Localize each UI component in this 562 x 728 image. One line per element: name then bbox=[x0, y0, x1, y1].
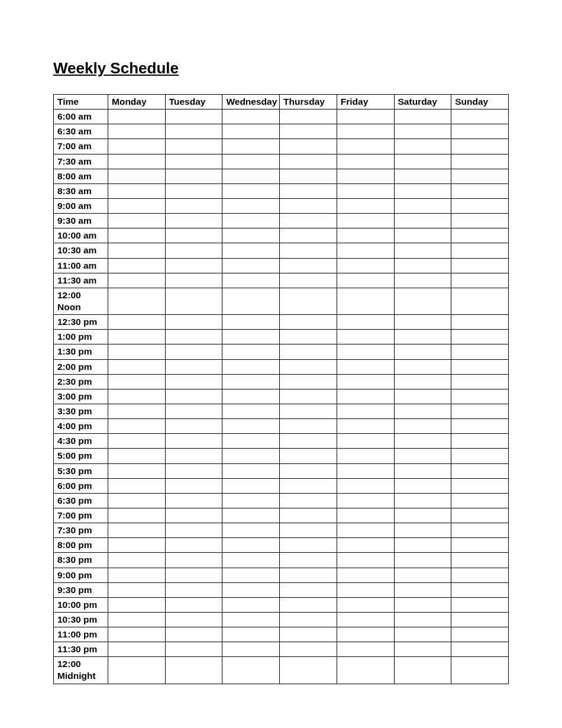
slot-cell bbox=[108, 478, 166, 493]
slot-cell bbox=[280, 198, 337, 213]
slot-cell bbox=[337, 374, 394, 389]
slot-cell bbox=[280, 553, 337, 568]
slot-cell bbox=[451, 154, 509, 169]
slot-cell bbox=[222, 508, 280, 523]
slot-cell bbox=[280, 463, 337, 478]
slot-cell bbox=[108, 493, 166, 508]
slot-cell bbox=[337, 597, 394, 612]
time-cell: 5:00 pm bbox=[54, 449, 108, 463]
slot-cell bbox=[108, 154, 166, 169]
table-row: 10:30 pm bbox=[54, 612, 509, 627]
slot-cell bbox=[451, 214, 509, 228]
slot-cell bbox=[337, 124, 394, 139]
slot-cell bbox=[451, 597, 509, 612]
slot-cell bbox=[394, 657, 451, 684]
slot-cell bbox=[451, 374, 509, 389]
slot-cell bbox=[108, 419, 166, 434]
table-row: 4:00 pm bbox=[54, 419, 509, 434]
slot-cell bbox=[222, 198, 280, 213]
slot-cell bbox=[451, 258, 509, 273]
slot-cell bbox=[165, 273, 222, 288]
slot-cell bbox=[108, 288, 166, 314]
slot-cell bbox=[394, 154, 451, 169]
slot-cell bbox=[451, 434, 509, 449]
slot-cell bbox=[222, 404, 280, 418]
slot-cell bbox=[165, 198, 222, 213]
time-cell: 10:30 pm bbox=[54, 612, 108, 627]
slot-cell bbox=[108, 597, 166, 612]
slot-cell bbox=[451, 493, 509, 508]
slot-cell bbox=[280, 612, 337, 627]
time-cell: 8:30 am bbox=[54, 183, 108, 198]
slot-cell bbox=[108, 389, 166, 404]
slot-cell bbox=[337, 288, 394, 314]
slot-cell bbox=[451, 657, 509, 684]
slot-cell bbox=[222, 434, 280, 449]
time-cell: 8:30 pm bbox=[54, 553, 108, 568]
table-row: 9:30 pm bbox=[54, 582, 509, 597]
slot-cell bbox=[108, 657, 166, 684]
time-cell: 9:00 pm bbox=[54, 568, 108, 582]
slot-cell bbox=[280, 124, 337, 139]
slot-cell bbox=[280, 434, 337, 449]
time-cell: 4:30 pm bbox=[54, 434, 108, 449]
slot-cell bbox=[337, 434, 394, 449]
slot-cell bbox=[108, 258, 166, 273]
slot-cell bbox=[165, 404, 222, 418]
header-tuesday: Tuesday bbox=[165, 95, 222, 109]
slot-cell bbox=[165, 183, 222, 198]
slot-cell bbox=[165, 109, 222, 124]
table-body: 6:00 am6:30 am7:00 am7:30 am8:00 am8:30 … bbox=[54, 109, 509, 684]
slot-cell bbox=[337, 553, 394, 568]
slot-cell bbox=[394, 374, 451, 389]
slot-cell bbox=[280, 508, 337, 523]
time-cell: 6:00 am bbox=[54, 109, 108, 124]
slot-cell bbox=[280, 642, 337, 657]
slot-cell bbox=[337, 243, 394, 258]
slot-cell bbox=[165, 214, 222, 228]
slot-cell bbox=[394, 434, 451, 449]
slot-cell bbox=[280, 109, 337, 124]
slot-cell bbox=[451, 642, 509, 657]
slot-cell bbox=[337, 642, 394, 657]
slot-cell bbox=[165, 139, 222, 154]
slot-cell bbox=[222, 627, 280, 642]
slot-cell bbox=[222, 582, 280, 597]
slot-cell bbox=[337, 538, 394, 553]
slot-cell bbox=[337, 183, 394, 198]
time-cell: 11:00 am bbox=[54, 258, 108, 273]
slot-cell bbox=[451, 315, 509, 330]
table-row: 9:30 am bbox=[54, 214, 509, 228]
slot-cell bbox=[337, 228, 394, 243]
slot-cell bbox=[108, 330, 166, 344]
slot-cell bbox=[337, 478, 394, 493]
time-cell: 1:00 pm bbox=[54, 330, 108, 344]
slot-cell bbox=[451, 449, 509, 463]
header-row: Time Monday Tuesday Wednesday Thursday F… bbox=[54, 95, 509, 109]
table-row: 11:00 am bbox=[54, 258, 509, 273]
header-saturday: Saturday bbox=[394, 95, 451, 109]
time-cell: 2:30 pm bbox=[54, 374, 108, 389]
slot-cell bbox=[280, 139, 337, 154]
table-row: 2:00 pm bbox=[54, 359, 509, 374]
slot-cell bbox=[222, 612, 280, 627]
slot-cell bbox=[222, 359, 280, 374]
slot-cell bbox=[451, 553, 509, 568]
slot-cell bbox=[394, 389, 451, 404]
slot-cell bbox=[337, 523, 394, 538]
slot-cell bbox=[222, 374, 280, 389]
slot-cell bbox=[451, 109, 509, 124]
slot-cell bbox=[222, 657, 280, 684]
table-row: 1:00 pm bbox=[54, 330, 509, 344]
slot-cell bbox=[337, 389, 394, 404]
table-row: 2:30 pm bbox=[54, 374, 509, 389]
slot-cell bbox=[165, 657, 222, 684]
header-monday: Monday bbox=[108, 95, 166, 109]
slot-cell bbox=[108, 582, 166, 597]
slot-cell bbox=[165, 612, 222, 627]
slot-cell bbox=[280, 183, 337, 198]
slot-cell bbox=[108, 449, 166, 463]
slot-cell bbox=[222, 330, 280, 344]
slot-cell bbox=[337, 493, 394, 508]
slot-cell bbox=[165, 154, 222, 169]
